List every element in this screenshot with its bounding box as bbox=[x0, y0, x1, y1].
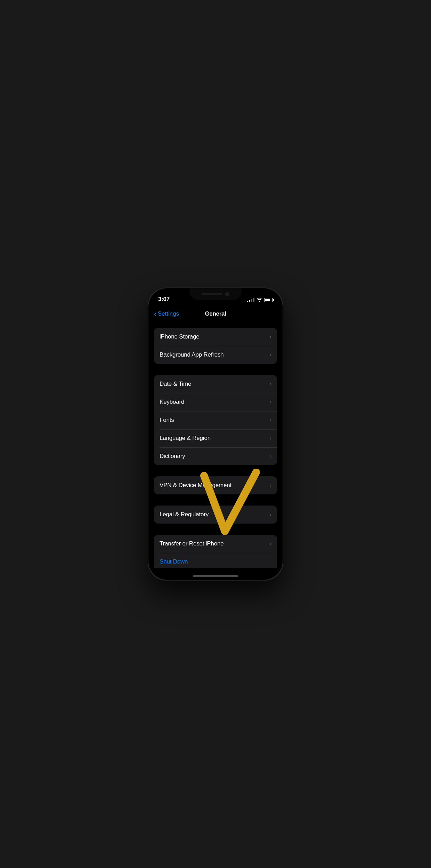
language-region-label: Language & Region bbox=[160, 435, 211, 442]
shut-down-row[interactable]: Shut Down bbox=[154, 553, 277, 568]
dictionary-label: Dictionary bbox=[160, 453, 185, 460]
legal-regulatory-label: Legal & Regulatory bbox=[160, 511, 209, 518]
vpn-management-row[interactable]: VPN & Device Management › bbox=[154, 476, 277, 494]
chevron-right-icon: › bbox=[270, 435, 271, 441]
settings-group-1: iPhone Storage › Background App Refresh … bbox=[154, 328, 277, 364]
chevron-right-icon: › bbox=[270, 381, 271, 387]
legal-regulatory-row[interactable]: Legal & Regulatory › bbox=[154, 506, 277, 524]
date-time-row[interactable]: Date & Time › bbox=[154, 375, 277, 393]
signal-bar-3 bbox=[251, 299, 252, 302]
power-button[interactable] bbox=[283, 350, 283, 378]
chevron-right-icon: › bbox=[270, 541, 271, 547]
chevron-right-icon: › bbox=[270, 482, 271, 489]
background-app-refresh-row[interactable]: Background App Refresh › bbox=[154, 346, 277, 364]
notch bbox=[189, 288, 242, 300]
language-region-row[interactable]: Language & Region › bbox=[154, 429, 277, 447]
fonts-row[interactable]: Fonts › bbox=[154, 411, 277, 429]
home-indicator[interactable] bbox=[193, 575, 238, 577]
chevron-right-icon: › bbox=[270, 417, 271, 423]
front-camera bbox=[225, 292, 229, 296]
back-chevron-icon: ‹ bbox=[154, 310, 156, 318]
settings-group-2: Date & Time › Keyboard › Fonts › Languag… bbox=[154, 375, 277, 465]
chevron-right-icon: › bbox=[270, 352, 271, 358]
wifi-icon bbox=[257, 297, 262, 303]
phone-frame: 3:07 bbox=[148, 287, 283, 581]
signal-bar-4 bbox=[253, 298, 254, 302]
fonts-label: Fonts bbox=[160, 417, 174, 424]
transfer-reset-label: Transfer or Reset iPhone bbox=[160, 540, 224, 547]
iphone-storage-label: iPhone Storage bbox=[160, 333, 199, 340]
settings-group-3: VPN & Device Management › bbox=[154, 476, 277, 494]
speaker-grille bbox=[202, 293, 222, 295]
chevron-right-icon: › bbox=[270, 399, 271, 405]
status-time: 3:07 bbox=[158, 296, 170, 303]
keyboard-row[interactable]: Keyboard › bbox=[154, 393, 277, 411]
battery-fill bbox=[265, 299, 270, 301]
keyboard-label: Keyboard bbox=[160, 399, 184, 406]
battery-icon bbox=[264, 298, 273, 302]
signal-icon bbox=[247, 298, 254, 302]
date-time-label: Date & Time bbox=[160, 381, 191, 387]
back-button[interactable]: ‹ Settings bbox=[154, 310, 179, 318]
settings-group-5: Transfer or Reset iPhone › Shut Down bbox=[154, 535, 277, 568]
transfer-reset-row[interactable]: Transfer or Reset iPhone › bbox=[154, 535, 277, 553]
back-label: Settings bbox=[158, 310, 179, 317]
settings-content[interactable]: iPhone Storage › Background App Refresh … bbox=[148, 322, 283, 568]
screen: 3:07 bbox=[148, 288, 283, 580]
settings-group-4: Legal & Regulatory › bbox=[154, 506, 277, 524]
dictionary-row[interactable]: Dictionary › bbox=[154, 447, 277, 465]
status-icons bbox=[247, 297, 273, 303]
signal-bar-1 bbox=[247, 301, 248, 302]
shut-down-label: Shut Down bbox=[160, 558, 188, 565]
chevron-right-icon: › bbox=[270, 511, 271, 518]
signal-bar-2 bbox=[249, 300, 250, 302]
background-app-refresh-label: Background App Refresh bbox=[160, 351, 224, 358]
nav-bar: ‹ Settings General bbox=[148, 306, 283, 322]
page-title: General bbox=[205, 310, 226, 317]
iphone-storage-row[interactable]: iPhone Storage › bbox=[154, 328, 277, 346]
chevron-right-icon: › bbox=[270, 453, 271, 459]
chevron-right-icon: › bbox=[270, 334, 271, 340]
vpn-management-label: VPN & Device Management bbox=[160, 482, 231, 489]
